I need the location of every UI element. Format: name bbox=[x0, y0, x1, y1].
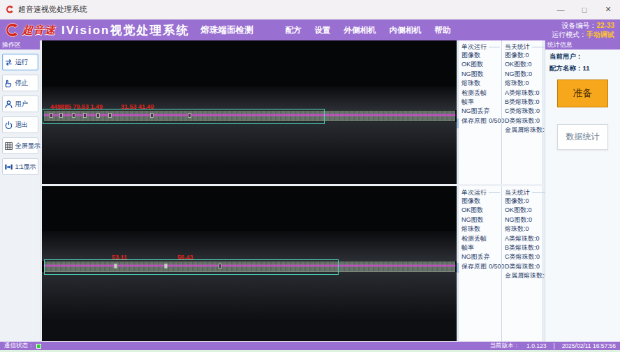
one-to-one-label: 1:1显示 bbox=[15, 162, 36, 172]
maximize-icon[interactable]: □ bbox=[573, 0, 596, 19]
stat-row: A类熔珠数:0 bbox=[505, 234, 548, 243]
app-title: IVision视觉处理系统 bbox=[61, 22, 189, 38]
run-icon bbox=[3, 57, 14, 68]
window-title: 超音速视觉处理系统 bbox=[18, 4, 87, 15]
app-logo-icon bbox=[6, 5, 15, 14]
stat-row: OK图数:0 bbox=[505, 60, 548, 69]
brand-logo: 超音速 bbox=[4, 22, 56, 38]
info-panel-title: 统计信息 bbox=[545, 40, 620, 50]
user-button[interactable]: 用户 bbox=[2, 96, 38, 112]
stats-panel-bottom: 单次运行 图像数 OK图数 NG图数 熔珠数 检测丢帧 帧率 NG图丢弃 保存原… bbox=[459, 186, 543, 341]
stat-row: 金属屑熔珠数:0 bbox=[505, 126, 548, 135]
stat-row: C类熔珠数:0 bbox=[505, 252, 548, 261]
fullscreen-label: 全屏显示 bbox=[15, 142, 40, 151]
sidebar-title: 操作区 bbox=[0, 40, 40, 50]
daily-title: 当天统计 bbox=[505, 188, 548, 197]
menu-outer-camera[interactable]: 外侧相机 bbox=[344, 25, 376, 36]
stop-button[interactable]: 停止 bbox=[2, 75, 38, 91]
run-mode-value: 手动调试 bbox=[586, 31, 614, 38]
window-controls: — □ ✕ bbox=[549, 0, 620, 19]
menu-help[interactable]: 帮助 bbox=[434, 25, 450, 36]
device-number-value: 22-33 bbox=[596, 22, 614, 29]
data-stats-button[interactable]: 数据统计 bbox=[557, 124, 608, 150]
single-run-title: 单次运行 bbox=[462, 43, 500, 51]
stat-row: A类熔珠数:0 bbox=[505, 89, 548, 98]
stat-row: 帧率 bbox=[462, 98, 500, 107]
version-area: 当前版本： 1.0.123 | 2025/02/11 16:57:56 bbox=[490, 342, 616, 350]
stat-row: D类熔珠数:0 bbox=[505, 116, 548, 126]
minimize-icon[interactable]: — bbox=[549, 0, 573, 19]
menu-inner-camera[interactable]: 内侧相机 bbox=[389, 25, 421, 36]
stat-row: B类熔珠数:0 bbox=[505, 243, 548, 252]
image-gradient-band bbox=[42, 231, 457, 261]
annotation-value: 31.53 41.49 bbox=[121, 103, 154, 110]
stat-row: 图像数:0 bbox=[505, 51, 548, 60]
stat-row: 熔珠数 bbox=[462, 225, 500, 234]
daily-column: 当天统计 图像数:0 OK图数:0 NG图数:0 熔珠数:0 A类熔珠数:0 B… bbox=[501, 186, 549, 341]
close-icon[interactable]: ✕ bbox=[596, 0, 620, 19]
stat-row: OK图数:0 bbox=[505, 206, 548, 215]
annotation-value: 449885 79.53 1.49 bbox=[50, 103, 103, 110]
single-run-title: 单次运行 bbox=[462, 188, 500, 197]
main-menu: 配方 设置 外侧相机 内侧相机 帮助 bbox=[285, 25, 450, 36]
daily-title: 当天统计 bbox=[505, 43, 548, 51]
exit-label: 退出 bbox=[15, 121, 28, 130]
stat-row: C类熔珠数:0 bbox=[505, 107, 548, 116]
menu-recipe[interactable]: 配方 bbox=[285, 25, 301, 36]
stat-row: NG图数 bbox=[462, 70, 500, 79]
run-mode-label: 运行模式： bbox=[552, 31, 586, 38]
device-info: 设备编号：22-33 运行模式：手动调试 bbox=[552, 21, 614, 39]
user-icon bbox=[3, 99, 14, 109]
measurement-annotations: 53.11 56.43 bbox=[112, 254, 193, 261]
camera-view-outer: 449885 79.53 1.49 31.53 41.49 bbox=[42, 40, 457, 184]
stat-row: 保存原图0/500 bbox=[462, 262, 500, 271]
prepare-button[interactable]: 准备 bbox=[557, 79, 608, 107]
stat-row: 检测丢帧 bbox=[462, 89, 500, 98]
stop-hand-icon bbox=[3, 78, 14, 89]
current-user-row: 当前用户： bbox=[545, 50, 620, 61]
version-value: 1.0.123 bbox=[526, 342, 546, 349]
menu-settings[interactable]: 设置 bbox=[314, 25, 330, 36]
run-button[interactable]: 运行 bbox=[2, 54, 38, 70]
stat-row: 保存原图0/500 bbox=[462, 116, 500, 126]
scrollbar-thumb[interactable] bbox=[457, 119, 459, 128]
main-area: 操作区 运行 停止 用户 退出 全屏显示 1:1显示 bbox=[0, 40, 620, 342]
stat-row: 熔珠数 bbox=[462, 79, 500, 88]
operation-sidebar: 操作区 运行 停止 用户 退出 全屏显示 1:1显示 bbox=[0, 40, 40, 342]
fullscreen-grid-icon bbox=[3, 141, 14, 151]
brand-swoosh-icon bbox=[4, 22, 21, 38]
stat-row: NG图数 bbox=[462, 215, 500, 225]
status-bar: 通信状态： 当前版本： 1.0.123 | 2025/02/11 16:57:5… bbox=[0, 342, 620, 350]
daily-column: 当天统计 图像数:0 OK图数:0 NG图数:0 熔珠数:0 A类熔珠数:0 B… bbox=[501, 40, 549, 184]
power-icon bbox=[3, 120, 14, 130]
stat-row: NG图丢弃 bbox=[462, 107, 500, 116]
stat-row: 图像数:0 bbox=[505, 197, 548, 206]
datetime: 2025/02/11 16:57:56 bbox=[562, 342, 616, 349]
exit-button[interactable]: 退出 bbox=[2, 116, 38, 133]
stat-row: OK图数 bbox=[462, 206, 500, 215]
stop-label: 停止 bbox=[15, 79, 28, 88]
stat-row: 熔珠数:0 bbox=[505, 225, 548, 234]
app-header: 超音速 IVision视觉处理系统 熔珠端面检测 配方 设置 外侧相机 内侧相机… bbox=[0, 20, 620, 40]
stat-row: 熔珠数:0 bbox=[505, 79, 548, 88]
brand-name: 超音速 bbox=[22, 24, 56, 37]
image-lower-band bbox=[42, 272, 457, 341]
comm-status-label: 通信状态： bbox=[4, 342, 34, 350]
annotation-value: 53.11 bbox=[112, 254, 127, 261]
one-to-one-button[interactable]: 1:1显示 bbox=[2, 158, 38, 175]
stat-row: NG图数:0 bbox=[505, 215, 548, 225]
stats-panel-top: 单次运行 图像数 OK图数 NG图数 熔珠数 检测丢帧 帧率 NG图丢弃 保存原… bbox=[459, 40, 543, 184]
scrollbar-thumb[interactable] bbox=[457, 263, 459, 273]
user-label: 用户 bbox=[15, 100, 28, 109]
stat-row: 检测丢帧 bbox=[462, 234, 500, 243]
comm-status-indicator bbox=[36, 344, 41, 349]
stat-row: 帧率 bbox=[462, 243, 500, 252]
single-run-column: 单次运行 图像数 OK图数 NG图数 熔珠数 检测丢帧 帧率 NG图丢弃 保存原… bbox=[459, 186, 501, 341]
detection-roi-box bbox=[43, 109, 325, 124]
camera-view-inner: 53.11 56.43 bbox=[42, 186, 457, 341]
desktop-area bbox=[0, 350, 620, 364]
scrollbar-track bbox=[457, 40, 459, 184]
app-subtitle: 熔珠端面检测 bbox=[200, 24, 253, 36]
fullscreen-button[interactable]: 全屏显示 bbox=[2, 137, 38, 154]
annotation-value: 56.43 bbox=[177, 254, 193, 261]
